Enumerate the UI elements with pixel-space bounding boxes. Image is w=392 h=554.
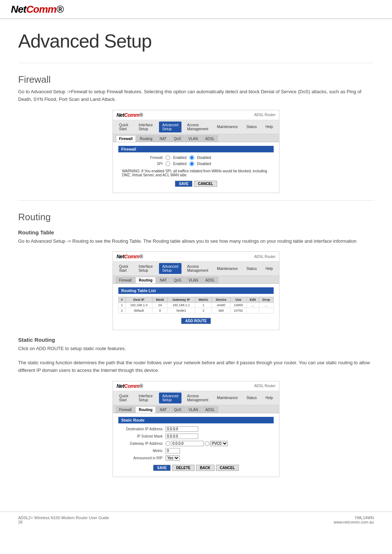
rt-r2-gateway: Node1 <box>168 308 195 313</box>
fw-ui-header: NetComm® ADSL Router <box>113 110 279 120</box>
static-routing-title: Static Routing <box>18 337 374 343</box>
sr-subnet-label: IP Subnet Mask <box>118 434 166 438</box>
rt-nav-maintenance[interactable]: Maintenance <box>214 265 241 272</box>
sr-save-button[interactable]: SAVE <box>153 465 171 471</box>
rt-col-gateway: Gateway IP <box>168 297 195 303</box>
sr-tab-routing[interactable]: Routing <box>135 406 156 413</box>
fw-save-button[interactable]: SAVE <box>175 181 193 187</box>
sr-tab-adsl[interactable]: ADSL <box>202 406 218 413</box>
rt-r1-drop: ... <box>259 303 274 308</box>
rt-col-use: Use <box>230 297 246 303</box>
logo: NetComm® <box>11 4 64 15</box>
sr-dest-ip-input[interactable] <box>166 426 198 432</box>
page-title: Advanced Setup <box>18 30 374 52</box>
rt-r2-dest: default <box>125 308 152 313</box>
sr-metric-input[interactable] <box>166 448 180 454</box>
routing-table-router-ui: NetComm® ADSL Router Quick Start Interfa… <box>113 251 279 330</box>
rt-nav-access[interactable]: Access Management <box>184 263 211 274</box>
fw-nav-help[interactable]: Help <box>262 123 276 130</box>
fw-enabled-radio[interactable] <box>166 155 170 160</box>
sr-pvc-radio[interactable] <box>205 441 209 446</box>
rt-row-2: 2 default 0 Node1 2 tdsl 10762 <box>119 308 274 313</box>
sr-nav-quickstart[interactable]: Quick Start <box>116 393 133 403</box>
rt-tab-vlan[interactable]: VLAN <box>185 277 201 283</box>
fw-adsl-label: ADSL Router <box>254 113 275 117</box>
fw-spi-enabled-label: Enabled <box>173 162 187 166</box>
rt-r2-metric: 2 <box>195 308 212 313</box>
fw-nav-interface[interactable]: Interface Setup <box>135 122 157 132</box>
rt-col-num: # <box>119 297 126 303</box>
fw-tab-nat[interactable]: NAT <box>156 135 170 142</box>
routing-table-description: Go to Advanced Setup -> Routing to see t… <box>18 238 374 245</box>
fw-spi-disabled-label: Disabled <box>197 162 211 166</box>
rt-r1-num: 1 <box>119 303 126 308</box>
static-routing-desc2: The static routing function determines t… <box>18 359 374 374</box>
fw-tab-vlan[interactable]: VLAN <box>185 135 201 142</box>
sr-gateway-label: Gateway IP Address <box>118 442 166 446</box>
sr-rip-select[interactable]: Yes No <box>166 455 180 461</box>
page-header: NetComm® <box>0 0 392 19</box>
fw-disabled-label: Disabled <box>197 156 211 160</box>
fw-nav-advanced[interactable]: Advanced Setup <box>159 122 181 132</box>
fw-nav-maintenance[interactable]: Maintenance <box>214 123 241 130</box>
rt-tab-nat[interactable]: NAT <box>156 277 170 283</box>
rt-nav-help[interactable]: Help <box>262 265 276 272</box>
rt-col-drop: Drop <box>259 297 274 303</box>
rt-section-bar: Routing Table List <box>118 287 274 294</box>
sr-gateway-radio[interactable] <box>166 441 170 446</box>
fw-tab-qos[interactable]: QoS <box>171 135 184 142</box>
firewall-router-ui: NetComm® ADSL Router Quick Start Interfa… <box>113 110 279 193</box>
rt-tab-routing[interactable]: Routing <box>135 277 156 283</box>
sr-delete-button[interactable]: DELETE <box>172 465 194 471</box>
rt-adsl-label: ADSL Router <box>254 255 275 259</box>
rt-r1-edit: ... <box>246 303 259 308</box>
firewall-description: Go to Advanced Setup ->Firewall to setup… <box>18 88 374 103</box>
rt-nav-status[interactable]: Status <box>243 265 260 272</box>
sr-nav-status[interactable]: Status <box>243 394 260 401</box>
sr-nav-interface[interactable]: Interface Setup <box>135 393 157 403</box>
sr-gateway-row: Gateway IP Address PVC0 PVC1 PVC2 <box>118 441 274 446</box>
sr-tab-nat[interactable]: NAT <box>156 406 170 413</box>
sr-nav-maintenance[interactable]: Maintenance <box>214 394 241 401</box>
sr-back-button[interactable]: BACK <box>196 465 215 471</box>
rt-r1-device: enet0 <box>212 303 230 308</box>
rt-add-route-button[interactable]: ADD ROUTE <box>181 318 211 324</box>
footer-right: YML14WN www.netcomm.com.au <box>334 516 374 524</box>
fw-cancel-button[interactable]: CANCEL <box>194 181 217 187</box>
sr-nav-advanced[interactable]: Advanced Setup <box>159 393 181 403</box>
sr-subnet-input[interactable] <box>166 434 198 439</box>
sr-pvc-select[interactable]: PVC0 PVC1 PVC2 <box>210 441 228 446</box>
fw-nav-access[interactable]: Access Management <box>184 122 211 132</box>
fw-nav-status[interactable]: Status <box>243 123 260 130</box>
fw-firewall-label: Firewall <box>118 156 166 160</box>
fw-enabled-label: Enabled <box>173 156 187 160</box>
rt-tab-firewall[interactable]: Firewall <box>116 277 135 283</box>
fw-tab-firewall[interactable]: Firewall <box>116 135 136 142</box>
logo-registered: ® <box>56 4 64 15</box>
sr-tab-qos[interactable]: QoS <box>171 406 184 413</box>
rt-nav-top: Quick Start Interface Setup Advanced Set… <box>113 262 279 276</box>
divider-1 <box>18 63 374 63</box>
rt-nav-advanced[interactable]: Advanced Setup <box>159 263 181 274</box>
sr-nav-access[interactable]: Access Management <box>184 393 211 403</box>
rt-r2-edit <box>246 308 259 313</box>
sr-gateway-input[interactable] <box>171 441 204 446</box>
fw-disabled-radio[interactable] <box>189 155 194 160</box>
rt-r1-use: 13000 <box>230 303 246 308</box>
fw-spi-disabled-radio[interactable] <box>189 161 194 166</box>
fw-nav-quickstart[interactable]: Quick Start <box>116 122 133 132</box>
sr-nav-help[interactable]: Help <box>262 394 276 401</box>
routing-section-title: Routing <box>18 212 374 223</box>
fw-tab-adsl[interactable]: ADSL <box>202 135 218 142</box>
rt-btn-row: ADD ROUTE <box>118 316 274 326</box>
fw-spi-enabled-radio[interactable] <box>166 161 170 166</box>
rt-tab-adsl[interactable]: ADSL <box>202 277 218 283</box>
sr-tab-vlan[interactable]: VLAN <box>185 406 201 413</box>
rt-nav-interface[interactable]: Interface Setup <box>135 263 157 274</box>
sr-cancel-button[interactable]: CANCEL <box>216 465 239 471</box>
rt-r2-num: 2 <box>119 308 126 313</box>
rt-nav-quickstart[interactable]: Quick Start <box>116 263 133 274</box>
sr-tab-firewall[interactable]: Firewall <box>116 406 135 413</box>
fw-tab-routing[interactable]: Routing <box>136 135 155 142</box>
rt-tab-qos[interactable]: QoS <box>171 277 184 283</box>
